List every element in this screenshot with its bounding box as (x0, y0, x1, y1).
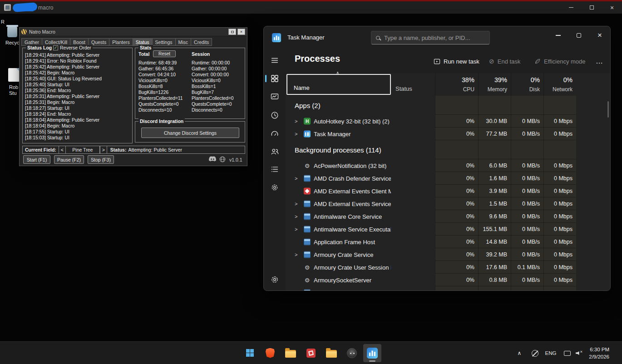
search-input[interactable] (384, 34, 485, 41)
process-row[interactable]: > Application Frame Host 0% 14.8 MB 0 MB… (286, 236, 611, 248)
run-new-task-button[interactable]: Run new task (434, 55, 479, 68)
taskbar-item-natro[interactable] (343, 344, 361, 362)
efficiency-mode-button[interactable]: Efficiency mode (534, 55, 586, 68)
search-box[interactable] (371, 31, 490, 44)
taskmanager-titlebar[interactable]: Task Manager × (264, 26, 610, 49)
sidebar-item-settings[interactable] (268, 273, 281, 286)
maximize-button[interactable] (582, 1, 602, 14)
desktop-icon-recycle-bin[interactable] (6, 24, 18, 38)
end-task-button[interactable]: ⊘ End task (489, 55, 520, 68)
stat-value: ViciousKills=0 (138, 78, 191, 84)
process-row[interactable]: > Task Manager 0% 77.2 MB 0 MB/s 0 Mbps (286, 128, 611, 140)
natro-tab[interactable]: Settings (152, 38, 176, 46)
process-row[interactable]: > Antimalware Core Service 0% 9.6 MB 0 M… (286, 210, 611, 223)
tm-minimize-button[interactable] (548, 26, 568, 44)
reverse-order-checkbox[interactable]: ✓ (53, 45, 58, 50)
stop-button[interactable]: Stop (F3) (88, 155, 114, 164)
process-row[interactable]: > AMD External Events Service ... 0% 1.5… (286, 197, 611, 210)
network-cell: 0 Mbps (543, 274, 576, 286)
field-next-button[interactable]: > (100, 146, 107, 153)
field-prev-button[interactable]: < (59, 146, 66, 153)
sidebar-item-performance[interactable] (268, 90, 281, 103)
owl-icon (347, 348, 357, 358)
process-name: Task Manager (314, 131, 391, 138)
volume-muted-icon[interactable] (573, 342, 585, 364)
natro-titlebar[interactable]: Natro Macro × (20, 28, 247, 36)
disk-cell: 0 MB/s (511, 172, 543, 185)
start-button[interactable] (241, 344, 259, 362)
process-row[interactable]: > AcPowerNotification (32 bit) 0% 6.0 MB… (286, 159, 611, 172)
taskbar-item-folder[interactable] (322, 344, 341, 362)
column-header-name[interactable]: Name (286, 74, 391, 95)
change-discord-settings-button[interactable]: Change Discord Settings (141, 128, 239, 138)
group-label: Background processes (114) (295, 140, 381, 159)
process-row[interactable]: > Armoury Crate Service 0% 39.2 MB 0 MB/… (286, 248, 611, 261)
process-group-row[interactable]: Background processes (114) (286, 140, 611, 159)
stat-value: ViciousKills=0 (192, 78, 244, 84)
tm-close-button[interactable]: × (589, 26, 610, 44)
column-header-memory[interactable]: 39% Memory (478, 73, 511, 96)
discord-icon[interactable] (208, 156, 217, 163)
status-log-entry: [18:25:40] GUI: Status Log Reversed (25, 76, 130, 82)
natro-tab[interactable]: Misc (175, 38, 192, 46)
more-options-button[interactable]: … (593, 55, 605, 68)
expand-chevron-icon[interactable]: > (295, 131, 297, 137)
disk-cell: 0 MB/s (511, 236, 543, 248)
scrollbar-thumb[interactable] (607, 101, 609, 118)
pause-button[interactable]: Pause (F2) (54, 155, 84, 164)
sidebar-item-users[interactable] (268, 145, 281, 158)
taskbar-item-file-explorer[interactable] (281, 344, 300, 362)
process-row[interactable]: > Antimalware Service Executable 0% 155.… (286, 223, 611, 236)
process-row[interactable]: > ArmourySocketServer 0% 0.8 MB 0 MB/s 0… (286, 274, 611, 286)
natro-minimize-button[interactable] (228, 29, 236, 35)
cpu-cell: 0% (435, 286, 478, 291)
column-header-status[interactable]: Status (392, 73, 435, 96)
end-task-icon: ⊘ (489, 58, 494, 64)
process-row[interactable]: > AMD Crash Defender Service 0% 1.6 MB 0… (286, 172, 611, 185)
process-row[interactable]: > Armoury Crate User Session H... 0% 17.… (286, 261, 611, 274)
close-button[interactable]: × (602, 1, 622, 14)
taskbar-item-brave[interactable] (261, 344, 279, 362)
process-group-row[interactable]: Apps (2) (286, 96, 611, 115)
network-offline-icon[interactable] (528, 342, 541, 364)
sidebar-item-details[interactable] (268, 163, 281, 176)
desktop-icon-roblox-studio[interactable] (8, 68, 20, 82)
cpu-cell: 0% (435, 197, 478, 210)
expand-chevron-icon[interactable]: > (295, 252, 297, 257)
column-header-network[interactable]: 0% Network (543, 73, 576, 96)
reverse-order-label[interactable]: Reverse Order (60, 45, 91, 50)
natro-close-button[interactable]: × (237, 29, 245, 35)
tm-maximize-button[interactable] (568, 26, 589, 44)
sidebar-item-startup-apps[interactable] (268, 127, 281, 140)
chevron-up-icon: ∧ (518, 350, 522, 356)
expand-chevron-icon[interactable]: > (295, 176, 297, 181)
expand-chevron-icon[interactable]: > (295, 226, 297, 232)
sidebar-item-processes[interactable] (268, 72, 281, 85)
taskbar-item-red-app[interactable] (302, 344, 320, 362)
column-header-cpu[interactable]: 38% CPU (435, 73, 478, 96)
display-icon[interactable] (561, 342, 573, 364)
sidebar-item-services[interactable] (268, 181, 281, 194)
network-cell: 0 Mbps (543, 185, 576, 197)
expand-chevron-icon[interactable]: > (295, 214, 297, 219)
natro-tab[interactable]: Planters (109, 38, 133, 46)
taskbar-item-task-manager[interactable] (363, 344, 381, 362)
clock[interactable]: 6:30 PM 2/9/2026 (589, 346, 609, 360)
globe-icon[interactable] (219, 156, 226, 163)
menu-icon[interactable] (268, 54, 281, 67)
expand-chevron-icon[interactable]: > (295, 201, 297, 207)
natro-tab[interactable]: Credits (191, 38, 212, 46)
process-row[interactable]: > AMD External Events Client M... 0% 3.9… (286, 185, 611, 197)
process-icon (304, 277, 311, 284)
language-indicator[interactable]: ENG (544, 342, 558, 364)
sidebar-item-app-history[interactable] (268, 109, 281, 122)
process-row[interactable]: > AutoHotkey 32-bit (32 bit) (2) 0% 30.0… (286, 115, 611, 128)
tray-expand-button[interactable]: ∧ (514, 342, 525, 364)
expand-chevron-icon[interactable]: > (295, 118, 297, 124)
column-header-disk[interactable]: 0% Disk (511, 73, 543, 96)
reset-button[interactable]: Reset (153, 50, 176, 57)
minimize-button[interactable] (561, 1, 581, 14)
process-row[interactable]: > ArmourySwAgent (32 bit) 0% 1.2 MB 0 MB… (286, 286, 611, 291)
start-button[interactable]: Start (F1) (23, 155, 50, 164)
background-window-titlebar: macro × (0, 0, 622, 14)
